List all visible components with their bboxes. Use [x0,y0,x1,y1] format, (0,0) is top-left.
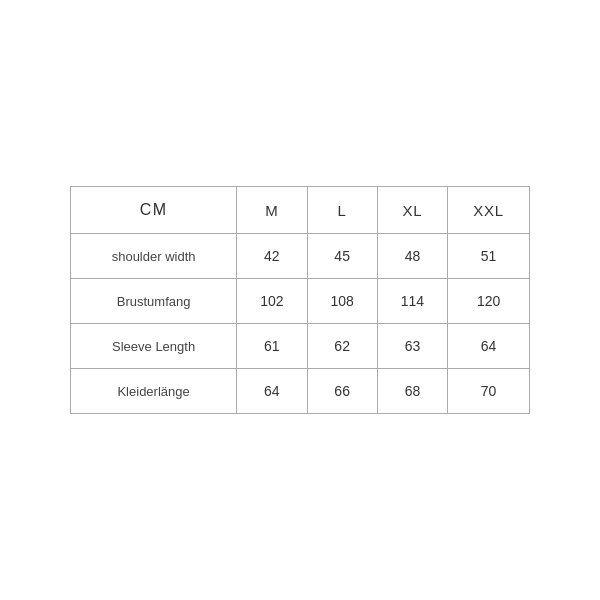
row-brust-xxl: 120 [448,279,530,324]
table-row: Sleeve Length 61 62 63 64 [71,324,530,369]
row-sleeve-m: 61 [237,324,307,369]
row-label-shoulder: shoulder width [71,234,237,279]
row-shoulder-xxl: 51 [448,234,530,279]
row-label-sleeve: Sleeve Length [71,324,237,369]
header-cm: CM [71,187,237,234]
row-sleeve-l: 62 [307,324,377,369]
header-xxl: XXL [448,187,530,234]
row-shoulder-xl: 48 [377,234,447,279]
row-kleider-l: 66 [307,369,377,414]
row-kleider-m: 64 [237,369,307,414]
header-l: L [307,187,377,234]
row-kleider-xl: 68 [377,369,447,414]
size-chart-table: CM M L XL XXL shoulder width 42 45 48 51… [70,186,530,414]
row-label-brustumfang: Brustumfang [71,279,237,324]
row-sleeve-xxl: 64 [448,324,530,369]
table-row: shoulder width 42 45 48 51 [71,234,530,279]
row-brust-l: 108 [307,279,377,324]
row-label-kleider: Kleiderlänge [71,369,237,414]
table-row: Brustumfang 102 108 114 120 [71,279,530,324]
row-shoulder-m: 42 [237,234,307,279]
size-chart-container: CM M L XL XXL shoulder width 42 45 48 51… [70,186,530,414]
row-brust-xl: 114 [377,279,447,324]
table-header-row: CM M L XL XXL [71,187,530,234]
header-xl: XL [377,187,447,234]
header-m: M [237,187,307,234]
row-sleeve-xl: 63 [377,324,447,369]
row-shoulder-l: 45 [307,234,377,279]
table-row: Kleiderlänge 64 66 68 70 [71,369,530,414]
row-brust-m: 102 [237,279,307,324]
row-kleider-xxl: 70 [448,369,530,414]
